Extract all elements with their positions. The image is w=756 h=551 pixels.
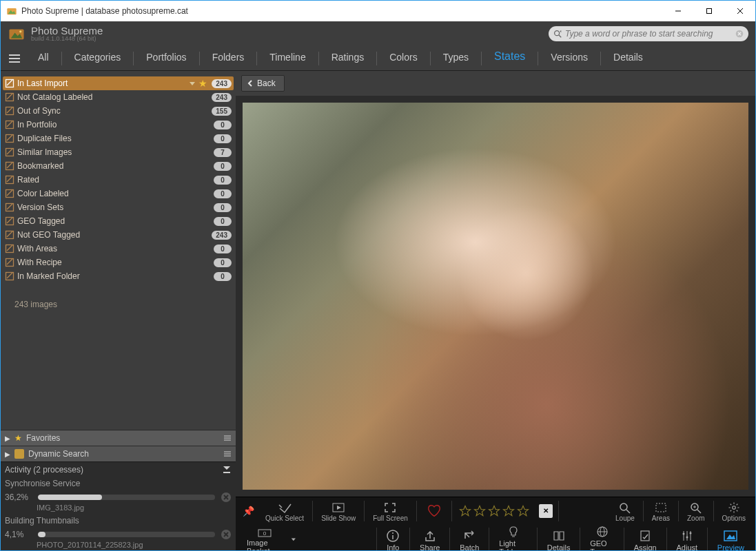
fullscreen-button[interactable]: Full Screen	[366, 497, 415, 525]
svg-point-78	[689, 532, 691, 534]
checkbox-icon	[5, 134, 14, 143]
search-input[interactable]	[562, 29, 735, 39]
image-area[interactable]	[243, 103, 748, 490]
options-button[interactable]: Options	[715, 497, 753, 525]
adjust-button[interactable]: Adjust	[668, 524, 706, 551]
count-badge: 0	[214, 189, 232, 198]
reject-button[interactable]: ✕	[539, 504, 553, 518]
svg-point-9	[555, 31, 560, 36]
brand-row: Photo Supreme build 4.1.0.1448 (64 bit)	[1, 21, 755, 46]
stop-icon[interactable]	[221, 492, 232, 503]
state-row[interactable]: Bookmarked0	[3, 159, 234, 173]
zoom-button[interactable]: Zoom	[680, 497, 712, 525]
rating-stars[interactable]	[453, 505, 535, 517]
nav-categories[interactable]: Categories	[65, 46, 131, 68]
search-box[interactable]	[549, 26, 748, 41]
state-row[interactable]: Not GEO Tagged243	[3, 228, 234, 242]
state-row[interactable]: Rated0	[3, 173, 234, 187]
close-button[interactable]	[724, 1, 755, 21]
progress-percent: 4,1%	[5, 530, 32, 539]
minimize-button[interactable]	[662, 1, 693, 21]
state-label: Duplicate Files	[17, 134, 211, 143]
nav-timeline[interactable]: Timeline	[260, 46, 315, 68]
count-badge: 0	[214, 245, 232, 253]
details-button[interactable]: Details	[539, 524, 579, 551]
slideshow-button[interactable]: Slide Show	[314, 497, 362, 525]
search-icon	[553, 29, 562, 39]
star-icon[interactable]	[517, 505, 529, 517]
count-badge: 0	[214, 203, 232, 212]
geo-tag-button[interactable]: GEO Tag	[582, 524, 622, 551]
brand-sub: build 4.1.0.1448 (64 bit)	[31, 36, 103, 42]
state-row[interactable]: In Marked Folder0	[3, 269, 234, 283]
nav-details[interactable]: Details	[604, 46, 653, 68]
pin-icon[interactable]: 📌	[238, 506, 258, 517]
nav-versions[interactable]: Versions	[541, 46, 597, 68]
panel-favorites-header[interactable]: ▶ ★ Favorites	[1, 430, 236, 446]
menu-icon[interactable]	[8, 52, 21, 65]
state-row[interactable]: GEO Tagged0	[3, 214, 234, 228]
nav-ratings[interactable]: Ratings	[322, 46, 374, 68]
heart-icon[interactable]	[427, 503, 442, 519]
areas-button[interactable]: Areas	[645, 497, 677, 525]
state-label: In Last Import	[17, 79, 183, 88]
state-row[interactable]: Not Catalog Labeled243	[3, 90, 234, 104]
state-row[interactable]: Color Labeled0	[3, 187, 234, 200]
state-row[interactable]: Out of Sync155	[3, 104, 234, 118]
state-row[interactable]: With Recipe0	[3, 256, 234, 269]
image-basket-button[interactable]: 0 Image Basket	[238, 524, 291, 551]
svg-rect-56	[656, 503, 666, 512]
panel-dynamic-search-header[interactable]: ▶ Dynamic Search	[1, 446, 236, 461]
light-table-button[interactable]: Light Table	[491, 524, 535, 551]
state-row[interactable]: Similar Images7	[3, 145, 234, 159]
state-row[interactable]: With Areas0	[3, 242, 234, 256]
state-row[interactable]: Duplicate Files0	[3, 132, 234, 145]
maximize-button[interactable]	[693, 1, 724, 21]
checkbox-icon	[5, 202, 14, 212]
state-label: GEO Tagged	[17, 216, 211, 226]
count-badge: 0	[214, 176, 232, 185]
nav-states[interactable]: States	[484, 46, 535, 68]
batch-button[interactable]: Batch	[451, 524, 487, 551]
state-row[interactable]: In Last Import★243	[3, 76, 234, 90]
star-icon[interactable]	[502, 505, 515, 517]
star-icon[interactable]	[488, 505, 500, 517]
share-button[interactable]: Share	[411, 524, 448, 551]
stop-icon[interactable]	[221, 529, 232, 540]
preview-button[interactable]: Preview	[709, 524, 753, 551]
star-icon[interactable]	[459, 505, 471, 517]
state-row[interactable]: Version Sets0	[3, 200, 234, 214]
state-row[interactable]: In Portfolio0	[3, 118, 234, 132]
quick-select-button[interactable]: Quick Select	[258, 497, 311, 525]
expand-icon: ▶	[5, 435, 10, 442]
svg-marker-49	[460, 506, 470, 515]
activity-process-title: Synchronise Service	[1, 477, 236, 491]
count-badge: 0	[214, 258, 232, 267]
toolbar-lower: 0 Image Basket Info Share Batch	[236, 524, 755, 551]
clear-search-icon[interactable]	[735, 29, 744, 39]
nav-colors[interactable]: Colors	[380, 46, 427, 68]
info-label: Info	[387, 543, 399, 552]
activity-header[interactable]: Activity (2 processes)	[1, 461, 236, 477]
panel-menu-icon[interactable]	[223, 450, 232, 458]
star-icon[interactable]	[473, 505, 486, 517]
light-table-label: Light Table	[499, 539, 527, 552]
collapse-icon[interactable]	[222, 465, 232, 475]
back-button[interactable]: Back	[241, 75, 285, 92]
nav-all[interactable]: All	[28, 46, 59, 68]
nav-types[interactable]: Types	[433, 46, 478, 68]
svg-marker-51	[489, 506, 499, 515]
state-label: Color Labeled	[17, 189, 211, 198]
assign-button[interactable]: Assign	[626, 524, 665, 551]
assign-label: Assign	[634, 543, 657, 552]
count-badge: 0	[214, 162, 232, 171]
nav-folders[interactable]: Folders	[203, 46, 254, 68]
nav-portfolios[interactable]: Portfolios	[136, 46, 196, 68]
zoom-label: Zoom	[687, 514, 705, 522]
quick-select-label: Quick Select	[265, 514, 304, 522]
fullscreen-label: Full Screen	[373, 514, 408, 522]
panel-menu-icon[interactable]	[223, 434, 232, 442]
info-button[interactable]: Info	[378, 524, 408, 551]
chevron-down-icon[interactable]	[291, 536, 296, 543]
loupe-button[interactable]: Loupe	[609, 497, 642, 525]
